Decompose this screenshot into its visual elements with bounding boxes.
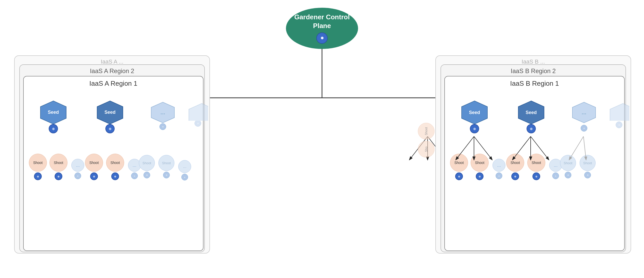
shoot-b2-1-k8s: ⎈	[511, 172, 519, 180]
shoot-a1-dots: ... ⎈	[71, 159, 84, 179]
shoot-a2-2-circle: Shoot	[106, 154, 124, 172]
seed-a2-hex: Seed	[96, 100, 124, 125]
shoot-a2-2-k8s: ⎈	[111, 172, 119, 180]
seed-b3-group: ... ⎈	[571, 101, 597, 132]
shoot-a1-dots-k8s: ⎈	[74, 172, 81, 179]
seed-a2-group: Seed ⎈	[96, 100, 124, 133]
shoot-a1-dots-circle: ...	[71, 159, 84, 172]
seed-b1-group: Seed ⎈	[460, 100, 489, 133]
shoot-b1-dots-k8s: ⎈	[496, 172, 502, 179]
shoot-a1-1-circle: Shoot	[29, 154, 47, 172]
svg-marker-24	[189, 103, 208, 121]
seed-a4-partial: ⎈	[188, 102, 208, 127]
iaas-b-region1-box: IaaS B Region 1 Seed ⎈ Seed ⎈	[444, 76, 625, 251]
shoot-a3-2: Shoot ⎈	[158, 155, 174, 178]
shoot-a2-1: Shoot ⎈	[85, 154, 103, 180]
shoot-b3-1: Shoot ⎈	[560, 155, 576, 178]
seed-a2-k8s: ⎈	[105, 124, 115, 133]
iaas-b-region2-label: IaaS B Region 2	[511, 67, 556, 75]
shoot-b1-dots: ... ⎈	[493, 159, 505, 179]
shoot-a1-1-k8s: ⎈	[34, 172, 42, 180]
iaas-b-region1-label: IaaS B Region 1	[510, 80, 559, 88]
seed-a1-k8s: ⎈	[49, 124, 58, 133]
shoot-a1-2-k8s: ⎈	[55, 172, 62, 180]
diagram-container: Gardener Control Plane ⎈ IaaS A ... IaaS…	[0, 0, 644, 278]
shoot-b1-2: Shoot ⎈	[471, 154, 489, 180]
seed-b1-k8s: ⎈	[470, 124, 479, 133]
seed-a3-hex: ...	[150, 101, 176, 124]
shoot-b2-2: Shoot ⎈	[527, 154, 545, 180]
seed-b2-hex: Seed	[517, 100, 545, 125]
shoot-b1-2-k8s: ⎈	[476, 172, 484, 180]
shoot-a3-1: Shoot ⎈	[139, 155, 155, 178]
control-plane-k8s-icon: ⎈	[316, 32, 328, 44]
seed-shoot-left-label2: Sho	[418, 141, 435, 158]
shoot-a1-1: Shoot ⎈	[29, 154, 47, 180]
shoot-a3-dots: ... ⎈	[178, 160, 191, 180]
seed-a3-k8s: ⎈	[159, 123, 166, 130]
shoot-b3-2: Shoot ⎈	[580, 155, 596, 178]
shoot-a1-2: Shoot ⎈	[49, 154, 67, 180]
shoot-a2-1-circle: Shoot	[85, 154, 103, 172]
svg-marker-28	[610, 103, 629, 121]
shoot-a2-1-k8s: ⎈	[90, 172, 98, 180]
seed-b4-partial: ⎈	[609, 102, 629, 128]
shoot-b2-1: Shoot ⎈	[506, 154, 524, 180]
control-plane-label: Gardener Control Plane	[286, 13, 358, 30]
shoot-a3-1-k8s: ⎈	[143, 172, 150, 178]
seed-b2-k8s: ⎈	[527, 124, 536, 133]
shoot-b2-dots-k8s: ⎈	[552, 172, 559, 179]
seed-a3-group: ... ⎈	[150, 101, 176, 130]
shoot-a3-dots-k8s: ⎈	[181, 174, 188, 180]
shoot-b1-1-k8s: ⎈	[455, 172, 463, 180]
seed-a1-hex: Seed	[39, 100, 67, 125]
shoot-a1-2-circle: Shoot	[49, 154, 67, 172]
iaas-a-region1-label: IaaS A Region 1	[89, 80, 137, 88]
shoot-a2-2: Shoot ⎈	[106, 154, 124, 180]
seed-b2-group: Seed ⎈	[517, 100, 545, 133]
seed-b3-hex: ...	[571, 101, 597, 124]
shoot-a3-2-k8s: ⎈	[163, 172, 170, 178]
shoot-b1-1: Shoot ⎈	[450, 154, 468, 180]
iaas-a-region1-box: IaaS A Region 1 Seed ⎈ Seed ⎈	[23, 76, 204, 251]
seed-b1-hex: Seed	[460, 100, 489, 125]
seed-a1-group: Seed ⎈	[39, 100, 67, 133]
iaas-a-region2-label: IaaS A Region 2	[90, 67, 134, 75]
control-plane: Gardener Control Plane ⎈	[286, 8, 358, 49]
shoot-b2-2-k8s: ⎈	[532, 172, 540, 180]
seed-b3-k8s: ⎈	[581, 125, 587, 132]
seed-shoot-left-label: Shoot	[418, 123, 435, 140]
shoot-a2-dots-k8s: ⎈	[131, 172, 138, 179]
